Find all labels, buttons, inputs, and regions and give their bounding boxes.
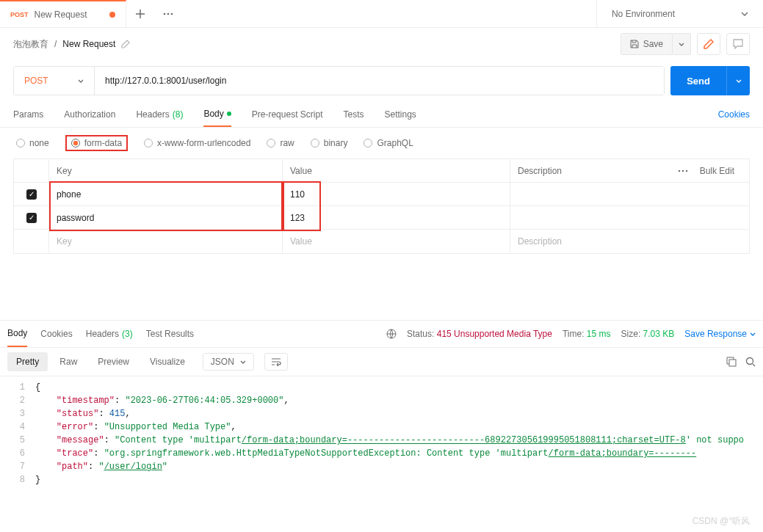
tab-params[interactable]: Params [13,101,43,127]
value-input[interactable]: 110 [283,183,510,205]
body-type-graphql[interactable]: GraphQL [364,138,413,148]
tab-tests[interactable]: Tests [343,101,364,127]
svg-point-3 [678,170,679,171]
comment-icon [733,39,743,49]
wrap-icon [271,357,281,366]
new-tab-button[interactable] [126,0,154,27]
more-icon[interactable] [678,170,688,172]
body-type-urlencoded[interactable]: x-www-form-urlencoded [144,138,250,148]
chevron-down-icon [736,79,742,83]
svg-point-8 [747,358,753,365]
table-row: ✓ password 123 [14,206,749,230]
send-button[interactable]: Send [670,66,726,95]
edit-icon[interactable] [121,40,130,48]
body-type-binary[interactable]: binary [311,138,348,148]
save-response-button[interactable]: Save Response [684,329,756,339]
col-key: Key [49,159,283,182]
formdata-table: Key Value Description Bulk Edit ✓ phone … [13,158,750,254]
globe-icon[interactable] [386,329,397,339]
tab-headers[interactable]: Headers (8) [136,101,183,127]
breadcrumb-current: New Request [62,39,115,49]
col-description: Description [518,166,562,176]
tab-method: POST [10,11,29,18]
resp-tab-headers[interactable]: Headers (3) [86,321,133,347]
bulk-edit-link[interactable]: Bulk Edit [700,166,742,176]
status-value: 415 Unsupported Media Type [437,329,552,339]
view-pretty[interactable]: Pretty [7,352,48,371]
breadcrumb: 泡泡教育 / New Request [13,38,130,51]
active-dot-icon [227,112,231,116]
svg-point-4 [681,170,683,171]
row-checkbox[interactable]: ✓ [26,189,37,200]
unsaved-dot-icon [109,12,115,18]
tab-title: New Request [35,10,87,20]
tab-body[interactable]: Body [203,101,231,127]
view-preview[interactable]: Preview [89,352,138,371]
pencil-icon [704,39,714,49]
tab-prerequest[interactable]: Pre-request Script [252,101,323,127]
key-input-empty[interactable]: Key [49,230,283,253]
format-select[interactable]: JSON [203,353,254,371]
environment-select[interactable]: No Environment [596,0,763,27]
svg-point-5 [685,170,687,171]
value-input[interactable]: 123 [283,206,510,229]
key-input[interactable]: password [49,206,283,229]
tab-settings[interactable]: Settings [385,101,416,127]
cookies-link[interactable]: Cookies [718,109,750,120]
resp-tab-cookies[interactable]: Cookies [40,321,72,347]
svg-rect-7 [729,360,736,366]
view-visualize[interactable]: Visualize [141,352,194,371]
breadcrumb-parent[interactable]: 泡泡教育 [13,38,48,51]
wrap-button[interactable] [264,353,288,371]
edit-button[interactable] [697,33,720,55]
svg-point-2 [170,12,173,15]
chevron-down-icon [78,79,84,83]
row-checkbox[interactable]: ✓ [26,213,37,223]
desc-input[interactable] [510,206,749,229]
chevron-down-icon [741,12,748,16]
desc-input-empty[interactable]: Description [510,230,749,253]
size-value: 7.03 KB [643,329,675,339]
svg-point-1 [167,12,169,15]
tab-more-button[interactable] [154,0,182,27]
table-row: ✓ phone 110 [14,183,749,206]
resp-tab-body[interactable]: Body [7,321,27,347]
save-dropdown[interactable] [673,33,691,55]
body-type-none[interactable]: none [16,138,49,148]
save-button[interactable]: Save [621,33,673,55]
col-value: Value [283,159,510,182]
method-select[interactable]: POST [14,67,95,95]
send-dropdown[interactable] [726,66,750,95]
tab-auth[interactable]: Authorization [64,101,115,127]
chevron-down-icon [240,360,246,364]
body-type-formdata[interactable]: form-data [71,138,122,148]
url-input[interactable] [95,67,664,95]
desc-input[interactable] [510,183,749,205]
request-tab[interactable]: POST New Request [0,0,126,27]
body-type-raw[interactable]: raw [267,138,294,148]
view-raw[interactable]: Raw [51,352,86,371]
resp-tab-tests[interactable]: Test Results [146,321,194,347]
time-value: 15 ms [587,329,611,339]
environment-label: No Environment [612,9,675,19]
save-icon [630,40,639,48]
chevron-down-icon [679,43,684,46]
response-body: 12345678 { "timestamp": "2023-06-27T06:4… [0,376,763,491]
copy-icon[interactable] [726,357,737,367]
value-input-empty[interactable]: Value [283,230,510,253]
svg-point-0 [163,12,165,15]
comment-button[interactable] [726,33,750,55]
key-input[interactable]: phone [49,183,283,205]
chevron-down-icon [750,332,756,336]
search-icon[interactable] [745,357,756,367]
